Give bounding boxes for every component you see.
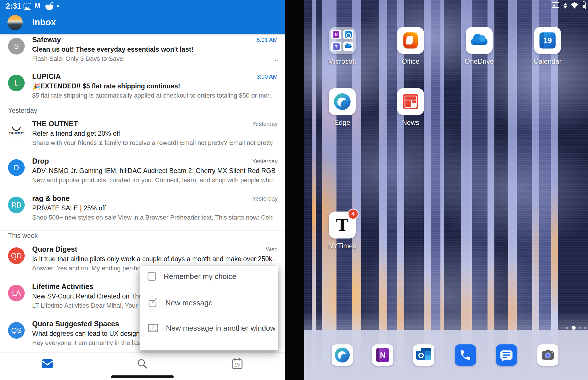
email-row-safeway[interactable]: S Safeway 5:01 AM Clean us out! These ev…: [0, 35, 285, 69]
email-row-rag-and-bone[interactable]: RB rag & bone Yesterday PRIVATE SALE | 2…: [0, 194, 285, 228]
page-dot: [584, 327, 586, 329]
app-label: Microsoft: [328, 57, 356, 65]
section-label-this-week: This week: [8, 232, 38, 240]
remember-choice-checkbox[interactable]: [148, 272, 156, 281]
onenote-icon: N: [376, 348, 389, 362]
calendar-icon: 19: [231, 358, 243, 370]
email-time: Yesterday: [252, 121, 278, 127]
sender-avatar[interactable]: RB: [8, 197, 25, 213]
app-calendar[interactable]: 19 Calendar: [525, 27, 570, 65]
app-nytimes[interactable]: T 4 NYTimes: [319, 212, 365, 250]
app-onedrive[interactable]: OneDrive: [456, 27, 502, 65]
app-edge[interactable]: Edge: [319, 88, 365, 127]
email-subject: Clean us out! These everyday essentials …: [32, 46, 275, 53]
app-label: News: [402, 119, 419, 127]
email-time: Yesterday: [252, 195, 278, 202]
avatar-letter: S: [14, 42, 19, 51]
sender-avatar[interactable]: QS: [8, 322, 25, 339]
app-news[interactable]: News: [388, 88, 434, 127]
microsoft-folder-icon: N T: [329, 27, 356, 54]
dock-camera[interactable]: [537, 344, 558, 366]
tab-search[interactable]: [134, 356, 151, 371]
avatar-letter: D: [14, 164, 19, 172]
email-row-drop[interactable]: D Drop Yesterday ADV. NSMO Jr. Gaming IE…: [0, 156, 285, 190]
email-row-the-outnet[interactable]: THE OUTNET THE OUTNET Yesterday Refer a …: [0, 119, 285, 153]
overflow-ellipsis: ...: [273, 55, 278, 63]
app-microsoft-folder[interactable]: N T Microsoft: [319, 27, 365, 65]
app-label: NYTimes: [328, 242, 356, 250]
nytimes-icon: T 4: [329, 212, 356, 239]
email-preview: Shop 500+ new styles on sale View in a B…: [32, 214, 272, 221]
notification-badge: 4: [348, 209, 359, 220]
sender-name: Quora Digest: [32, 245, 77, 253]
email-time: Wed: [266, 246, 278, 253]
sender-avatar[interactable]: L: [8, 75, 25, 91]
phone-icon: [459, 349, 472, 361]
mail-icon: [41, 358, 54, 369]
avatar-letter: QS: [11, 326, 22, 335]
status-time: 2:31: [6, 2, 21, 11]
avatar-letter: RB: [11, 201, 22, 209]
sender-name: Lifetime Activities: [32, 282, 93, 291]
account-avatar[interactable]: [7, 15, 23, 30]
outlook-header: 2:31 M Inbox: [0, 0, 285, 34]
email-row-lupicia[interactable]: L LUPICIA 3:00 AM 🎉EXTENDED!! $5 flat ra…: [0, 72, 285, 106]
outlook-tab-bar: 19: [0, 352, 285, 373]
menu-item-new-message-another-window[interactable]: New message in another window: [140, 319, 278, 337]
outlook-mini-icon: [343, 30, 353, 39]
email-preview: $5 flat rate shipping is automatically a…: [32, 92, 272, 99]
sender-avatar[interactable]: QD: [8, 247, 25, 264]
avatar-letter: QD: [11, 252, 22, 260]
gmail-icon: M: [34, 1, 40, 10]
app-label: Office: [402, 57, 419, 65]
split-screen-divider[interactable]: [285, 0, 304, 380]
menu-item-remember-my-choice[interactable]: Remember my choice: [140, 266, 278, 287]
sender-name: Safeway: [32, 36, 61, 44]
edge-icon: [335, 348, 350, 362]
outnet-brand-text: THE OUTNET: [9, 132, 24, 134]
email-subject: PRIVATE SALE | 25% off: [32, 204, 275, 212]
sender-avatar-outnet-logo[interactable]: THE OUTNET: [8, 122, 25, 139]
avatar-letter: L: [14, 79, 18, 87]
dock-onenote[interactable]: N: [372, 344, 393, 366]
email-subject: 🎉EXTENDED!! $5 flat rate shipping contin…: [32, 82, 275, 90]
sender-avatar[interactable]: S: [8, 38, 25, 55]
section-divider: [0, 230, 285, 230]
app-office[interactable]: Office: [388, 27, 434, 65]
page-dot: [579, 327, 581, 329]
compose-icon: [148, 298, 158, 308]
outlook-icon: [416, 348, 431, 362]
app-label: Edge: [334, 119, 350, 127]
email-preview: New and popular products, curated for yo…: [32, 177, 272, 184]
onedrive-mini-icon: [343, 42, 353, 51]
svg-text:19: 19: [235, 362, 240, 367]
section-divider: [0, 105, 285, 105]
dock-messages[interactable]: [496, 344, 517, 366]
email-subject: Refer a friend and get 20% off: [32, 130, 275, 137]
tablet-screen: 2:31 M Inbox S Safeway 5:01 AM Clean us …: [0, 0, 588, 380]
tab-mail[interactable]: [39, 356, 56, 371]
email-subject: ADV. NSMO Jr. Gaming IEM, hiliDAC Audire…: [32, 167, 275, 175]
home-screen-panel: N T Microsoft Office OneDrive 19 Calenda…: [304, 0, 588, 380]
new-message-popup-menu: Remember my choice New message New messa…: [140, 266, 278, 350]
tab-calendar[interactable]: 19: [229, 356, 246, 371]
gallery-icon: [24, 3, 31, 10]
messages-icon: [500, 350, 512, 360]
outnet-smile-arc: [12, 127, 21, 131]
camera-icon: [540, 348, 555, 362]
sender-avatar[interactable]: LA: [8, 285, 25, 301]
email-time: 5:01 AM: [257, 37, 278, 43]
dock-edge[interactable]: [332, 344, 353, 366]
menu-item-new-message[interactable]: New message: [140, 294, 278, 312]
email-time: Yesterday: [252, 158, 278, 165]
teams-mini-icon: T: [331, 42, 341, 51]
menu-item-label: Remember my choice: [164, 272, 236, 281]
sender-avatar[interactable]: D: [8, 159, 25, 176]
section-label-yesterday: Yesterday: [8, 107, 37, 115]
app-label: Calendar: [533, 57, 561, 65]
dock-phone[interactable]: [455, 344, 476, 366]
battery-icon: [582, 2, 586, 9]
news-icon: [397, 88, 424, 115]
dock-outlook[interactable]: [413, 344, 434, 366]
home-indicator-handle[interactable]: [111, 375, 174, 378]
